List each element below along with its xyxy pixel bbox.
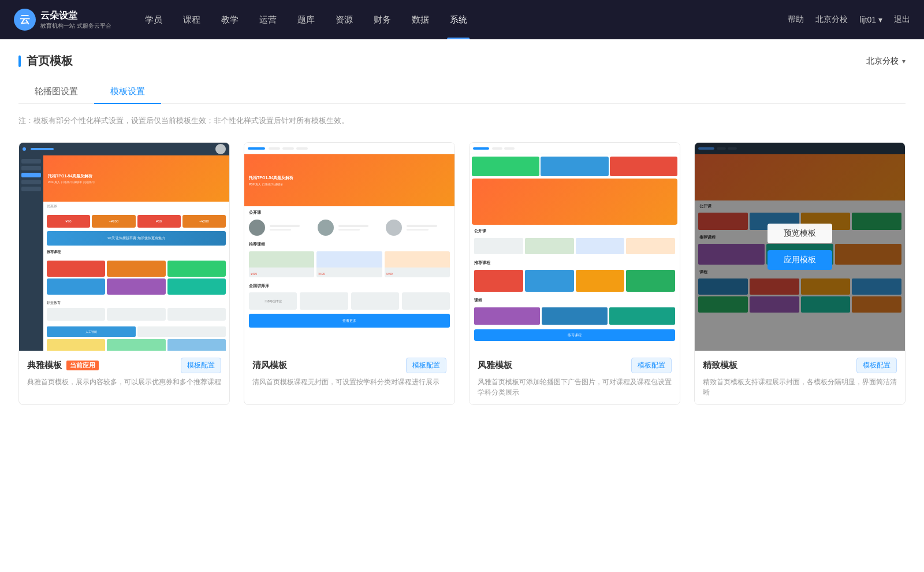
nav-item-system[interactable]: 系统 xyxy=(439,0,478,39)
template-footer-dianye: 典雅模板 当前应用 模板配置 典雅首页模板，展示内容较多，可以展示优惠券和多个推… xyxy=(19,351,229,394)
page-header: 首页模板 北京分校 ▾ xyxy=(18,53,906,69)
branch-selector-label: 北京分校 xyxy=(866,56,899,66)
nav-item-resource[interactable]: 资源 xyxy=(325,0,363,39)
tab-template[interactable]: 模板设置 xyxy=(94,80,161,104)
logo-icon: 云 xyxy=(14,9,36,31)
nav-item-course[interactable]: 课程 xyxy=(173,0,211,39)
config-button-fengya[interactable]: 模板配置 xyxy=(631,358,672,373)
branch-selector[interactable]: 北京分校 ▾ xyxy=(866,56,906,66)
nav-item-data[interactable]: 数据 xyxy=(401,0,439,39)
config-button-dianye[interactable]: 模板配置 xyxy=(181,358,221,373)
template-name-fengya: 风雅模板 xyxy=(478,360,512,371)
template-desc-dianye: 典雅首页模板，展示内容较多，可以展示优惠券和多个推荐课程 xyxy=(27,377,221,387)
logo[interactable]: 云 云朵设堂 教育机构一站 式服务云平台 xyxy=(14,9,111,31)
nav-item-teaching[interactable]: 教学 xyxy=(211,0,249,39)
tab-carousel[interactable]: 轮播图设置 xyxy=(18,80,94,104)
main-content: 首页模板 北京分校 ▾ 轮播图设置 模板设置 注：模板有部分个性化样式设置，设置… xyxy=(0,39,924,572)
chevron-down-icon: ▾ xyxy=(902,57,906,65)
template-grid: 托福TPO1-54真题及解析 PDF 真人 口语练习 成绩单 托福练习 优惠券 … xyxy=(18,142,906,405)
template-card-fengya: 公开课 推荐课程 课程 xyxy=(469,142,680,405)
template-name-jingzhi: 精致模板 xyxy=(703,360,737,371)
page-title-wrapper: 首页模板 xyxy=(18,53,73,69)
template-name-dianye: 典雅模板 当前应用 xyxy=(27,360,99,371)
nav-item-student[interactable]: 学员 xyxy=(135,0,173,39)
nav-item-question[interactable]: 题库 xyxy=(287,0,325,39)
navbar: 云 云朵设堂 教育机构一站 式服务云平台 学员 课程 教学 运营 题库 资源 财… xyxy=(0,0,924,39)
note-text: 注：模板有部分个性化样式设置，设置后仅当前模板生效；非个性化样式设置后针对所有模… xyxy=(18,116,906,126)
tabs-wrapper: 轮播图设置 模板设置 xyxy=(18,80,906,104)
nav-item-finance[interactable]: 财务 xyxy=(363,0,401,39)
template-desc-jingzhi: 精致首页模板支持课程展示封面，各模板分隔明显，界面简洁清晰 xyxy=(703,377,897,398)
template-card-qingfeng: 托福TPO1-54真题及解析 PDF 真人 口语练习 成绩单 公开课 xyxy=(244,142,455,405)
logout-link[interactable]: 退出 xyxy=(894,14,910,25)
template-overlay-jingzhi: 预览模板 应用模板 xyxy=(695,143,905,351)
template-desc-qingfeng: 清风首页模板课程无封面，可设置按学科分类对课程进行展示 xyxy=(252,377,446,387)
template-card-dianye: 托福TPO1-54真题及解析 PDF 真人 口语练习 成绩单 托福练习 优惠券 … xyxy=(18,142,230,405)
config-button-qingfeng[interactable]: 模板配置 xyxy=(406,358,446,373)
template-preview-fengya: 公开课 推荐课程 课程 xyxy=(470,143,680,351)
template-card-jingzhi: 公开课 推荐课程 课程 xyxy=(694,142,906,405)
apply-button[interactable]: 应用模板 xyxy=(767,250,832,270)
template-name-qingfeng: 清风模板 xyxy=(252,360,287,371)
template-footer-fengya: 风雅模板 模板配置 风雅首页模板可添加轮播图下广告图片，可对课程及课程包设置学科… xyxy=(470,351,680,404)
template-preview-jingzhi: 公开课 推荐课程 课程 xyxy=(695,143,905,351)
nav-right: 帮助 北京分校 lijt01 ▾ 退出 xyxy=(788,14,910,25)
nav-menu: 学员 课程 教学 运营 题库 资源 财务 数据 系统 xyxy=(135,0,788,39)
template-preview-qingfeng: 托福TPO1-54真题及解析 PDF 真人 口语练习 成绩单 公开课 xyxy=(244,143,454,351)
preview-button[interactable]: 预览模板 xyxy=(767,224,832,243)
branch-link[interactable]: 北京分校 xyxy=(815,14,848,25)
current-badge: 当前应用 xyxy=(66,361,99,370)
help-link[interactable]: 帮助 xyxy=(788,14,804,25)
template-preview-dianye: 托福TPO1-54真题及解析 PDF 真人 口语练习 成绩单 托福练习 优惠券 … xyxy=(19,143,229,351)
user-menu[interactable]: lijt01 ▾ xyxy=(859,15,882,24)
template-desc-fengya: 风雅首页模板可添加轮播图下广告图片，可对课程及课程包设置学科分类展示 xyxy=(478,377,672,398)
template-footer-qingfeng: 清风模板 模板配置 清风首页模板课程无封面，可设置按学科分类对课程进行展示 xyxy=(244,351,454,394)
title-bar xyxy=(18,55,21,67)
page-title: 首页模板 xyxy=(27,53,73,69)
logo-text: 云朵设堂 教育机构一站 式服务云平台 xyxy=(40,9,111,30)
nav-item-operation[interactable]: 运营 xyxy=(249,0,287,39)
config-button-jingzhi[interactable]: 模板配置 xyxy=(856,358,897,373)
template-footer-jingzhi: 精致模板 模板配置 精致首页模板支持课程展示封面，各模板分隔明显，界面简洁清晰 xyxy=(695,351,905,404)
